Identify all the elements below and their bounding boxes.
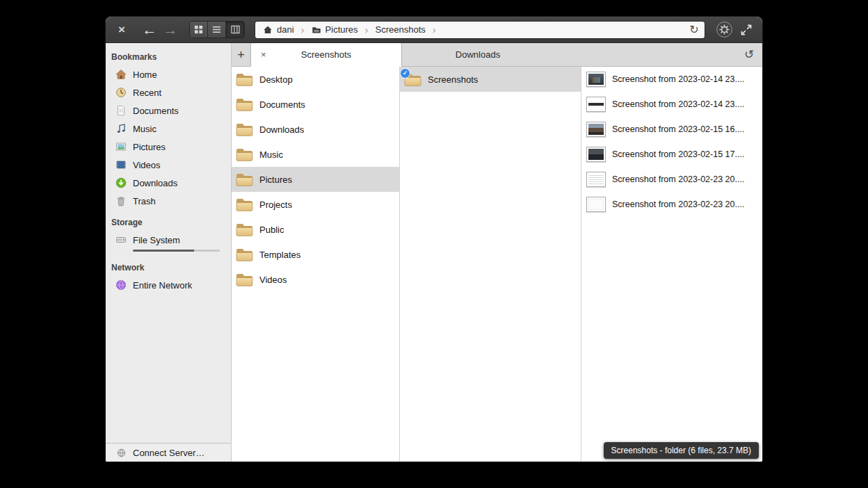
grid-view-button[interactable] [190, 22, 208, 38]
folder-icon [236, 247, 253, 262]
videos-icon [115, 159, 127, 171]
selected-check-badge: ✓ [400, 68, 410, 79]
back-button[interactable]: ← [140, 21, 159, 39]
folder-row-music[interactable]: Music [232, 142, 399, 167]
folder-label: Templates [259, 250, 300, 260]
sidebar-item-label: Music [133, 124, 156, 134]
file-row[interactable]: Screenshot from 2023-02-23 20.... [581, 167, 762, 192]
chevron-right-icon: › [300, 24, 305, 35]
folder-icon [236, 222, 253, 237]
folder-row-pictures[interactable]: Pictures [232, 167, 399, 192]
folder-label: Public [259, 225, 284, 235]
window-close-button[interactable]: × [113, 21, 131, 39]
fullscreen-button[interactable] [737, 21, 755, 39]
file-thumbnail [586, 97, 606, 112]
connect-server-button[interactable]: Connect Server… [106, 443, 231, 462]
folder-icon [236, 147, 253, 162]
view-switcher [189, 21, 245, 38]
folder-row-documents[interactable]: Documents [232, 92, 399, 117]
sidebar-item-label: Documents [133, 106, 179, 116]
settings-button[interactable] [715, 21, 733, 39]
folder-row-screenshots[interactable]: ✓ Screenshots [400, 67, 581, 92]
list-view-icon [212, 25, 221, 34]
file-row[interactable]: Screenshot from 2023-02-23 20.... [581, 192, 762, 217]
check-icon: ✓ [403, 70, 408, 76]
folder-row-desktop[interactable]: Desktop [232, 67, 399, 92]
chevron-right-icon: › [364, 24, 369, 35]
grid-view-icon [194, 25, 203, 34]
file-row[interactable]: Screenshot from 2023-02-14 23.... [581, 67, 762, 92]
music-icon [115, 123, 127, 135]
column-view-button[interactable] [226, 22, 244, 38]
file-row[interactable]: Screenshot from 2023-02-14 23.... [581, 92, 762, 117]
breadcrumb-label: Pictures [326, 24, 358, 35]
folder-label: Projects [259, 200, 292, 210]
breadcrumb: dani › Pictures › Screenshots › ↻ [255, 21, 705, 39]
file-thumbnail [586, 147, 606, 162]
folder-label: Downloads [259, 124, 304, 135]
file-row[interactable]: Screenshot from 2023-02-15 16.... [581, 117, 762, 142]
tab-label: Screenshots [251, 49, 401, 60]
recent-icon [115, 87, 127, 99]
sidebar-item-music[interactable]: Music [106, 120, 231, 138]
folder-row-downloads[interactable]: Downloads [232, 117, 399, 142]
breadcrumb-pictures[interactable]: Pictures [305, 22, 364, 38]
sidebar-item-videos[interactable]: Videos [106, 156, 231, 174]
folder-label: Videos [259, 275, 287, 285]
file-label: Screenshot from 2023-02-15 16.... [612, 124, 744, 134]
file-row[interactable]: Screenshot from 2023-02-15 17.... [581, 142, 762, 167]
sidebar-item-file-system[interactable]: File System [106, 231, 231, 249]
expand-icon [740, 24, 753, 36]
sidebar-item-entire-network[interactable]: Entire Network [106, 276, 231, 294]
home-icon [263, 25, 273, 35]
file-label: Screenshot from 2023-02-14 23.... [612, 74, 744, 84]
sidebar-item-trash[interactable]: Trash [106, 192, 231, 210]
sidebar-section-bookmarks: Bookmarks [106, 49, 231, 65]
file-thumbnail [586, 197, 606, 212]
new-tab-button[interactable]: + [232, 43, 250, 66]
documents-icon [115, 105, 127, 117]
folder-label: Pictures [259, 174, 292, 185]
breadcrumb-screenshots[interactable]: Screenshots [369, 22, 432, 38]
connect-server-icon [115, 447, 127, 459]
folder-icon-wrap: ✓ [404, 72, 421, 87]
file-label: Screenshot from 2023-02-15 17.... [612, 149, 744, 159]
folder-row-public[interactable]: Public [232, 217, 399, 242]
pictures-icon [115, 141, 127, 153]
folder-icon [236, 172, 253, 187]
folder-label: Documents [259, 99, 305, 110]
sidebar-item-recent[interactable]: Recent [106, 83, 231, 101]
miller-columns: Desktop Documents Downloads Music [232, 67, 762, 462]
toolbar: × ← → dani › [106, 17, 762, 43]
folder-row-projects[interactable]: Projects [232, 192, 399, 217]
file-thumbnail [586, 172, 606, 187]
list-view-button[interactable] [208, 22, 226, 38]
column-view-icon [231, 25, 240, 34]
back-arrow-icon: ← [143, 22, 157, 37]
connect-server-label: Connect Server… [133, 448, 204, 458]
folder-row-templates[interactable]: Templates [232, 242, 399, 267]
sidebar: Bookmarks Home Recent Documents Music Pi… [106, 43, 232, 462]
downloads-icon [115, 177, 127, 189]
file-thumbnail [586, 122, 606, 137]
history-button[interactable]: ↺ [736, 43, 762, 66]
file-manager-window: × ← → dani › [106, 17, 762, 462]
sidebar-item-documents[interactable]: Documents [106, 101, 231, 120]
sidebar-item-pictures[interactable]: Pictures [106, 138, 231, 156]
tab-screenshots[interactable]: × Screenshots [250, 43, 402, 67]
folder-icon [236, 122, 253, 137]
tab-close-icon[interactable]: × [261, 50, 266, 59]
filesystem-usage-bar [133, 250, 220, 252]
folder-row-videos[interactable]: Videos [232, 267, 399, 292]
forward-button[interactable]: → [161, 21, 179, 39]
sidebar-item-home[interactable]: Home [106, 65, 231, 83]
tab-downloads[interactable]: Downloads [402, 43, 554, 66]
sidebar-item-label: Trash [133, 196, 156, 206]
folder-icon [236, 97, 253, 112]
sidebar-section-network: Network [106, 259, 231, 276]
sidebar-item-downloads[interactable]: Downloads [106, 174, 231, 192]
refresh-button[interactable]: ↻ [685, 22, 703, 38]
breadcrumb-home[interactable]: dani [257, 22, 300, 38]
folder-icon [236, 197, 253, 212]
file-label: Screenshot from 2023-02-23 20.... [612, 200, 744, 209]
